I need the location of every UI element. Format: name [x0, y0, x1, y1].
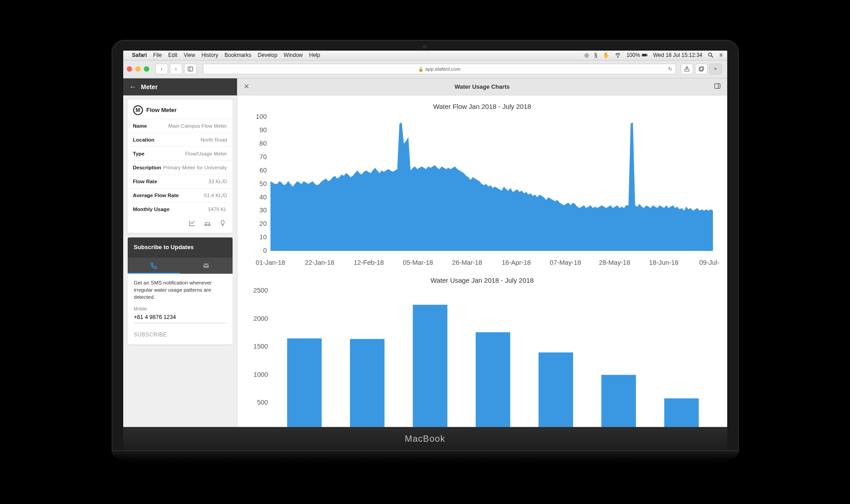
chart-icon[interactable] [189, 220, 196, 228]
macos-menubar: Safari File Edit View History Bookmarks … [123, 51, 727, 60]
svg-text:90: 90 [259, 126, 267, 134]
lock-icon: 🔒 [418, 67, 423, 72]
meter-row: Average Flow Rate51.4 KL/D [128, 189, 233, 202]
svg-text:2500: 2500 [253, 288, 268, 294]
laptop-brand: MacBook [123, 427, 727, 450]
menubar-status-icon[interactable]: ◎ [584, 52, 589, 58]
menubar-status-icon[interactable]: § [594, 52, 597, 58]
menubar-file[interactable]: File [153, 52, 162, 58]
back-icon[interactable]: ← [129, 83, 137, 91]
tab-email[interactable] [180, 258, 233, 274]
window-controls[interactable] [127, 66, 149, 72]
menubar-datetime[interactable]: Wed 18 Jul 15:12:34 [653, 52, 703, 58]
svg-text:40: 40 [259, 193, 267, 200]
meter-card: M Flow Meter NameMain Campus Flow MeterL… [128, 100, 233, 233]
svg-text:26-Mar-18: 26-Mar-18 [452, 258, 482, 266]
car-icon[interactable] [204, 220, 211, 228]
meter-row-label: Type [133, 151, 145, 156]
menubar-hand-icon[interactable]: ✋ [603, 52, 609, 58]
meter-row-label: Average Flow Rate [133, 193, 179, 198]
meter-row-value: 1479 KL [208, 207, 227, 212]
svg-text:10: 10 [259, 233, 267, 241]
mobile-input[interactable] [134, 312, 226, 323]
svg-point-12 [206, 225, 206, 225]
menubar-bookmarks[interactable]: Bookmarks [224, 52, 251, 58]
svg-point-0 [617, 57, 618, 57]
meter-row-value: 33 KL/D [208, 179, 227, 184]
meter-row-value: North Road [201, 137, 227, 142]
svg-text:09-Jul-18: 09-Jul-18 [699, 258, 719, 266]
meter-card-header: M Flow Meter [128, 100, 233, 119]
meter-row: Flow Rate33 KL/D [128, 175, 233, 189]
panel-icon[interactable] [714, 82, 721, 91]
meter-card-title: Flow Meter [147, 107, 177, 113]
svg-rect-52 [538, 353, 573, 427]
svg-text:1500: 1500 [253, 343, 268, 350]
svg-text:80: 80 [259, 139, 267, 146]
reload-icon[interactable]: ↻ [668, 66, 672, 72]
meter-row-label: Flow Rate [133, 179, 157, 184]
menubar-develop[interactable]: Develop [258, 52, 277, 58]
svg-rect-54 [601, 375, 636, 427]
sidebar-button[interactable] [184, 64, 197, 74]
svg-text:30: 30 [259, 207, 267, 214]
menubar-help[interactable]: Help [309, 52, 320, 58]
lightbulb-icon[interactable] [219, 220, 226, 228]
menubar-edit[interactable]: Edit [168, 52, 177, 58]
svg-text:100: 100 [255, 114, 266, 120]
water-flow-chart: Water Flow Jan 2018 - July 2018 01020304… [246, 103, 719, 270]
meter-row: LocationNorth Road [128, 133, 233, 147]
new-tab-button[interactable]: + [709, 64, 722, 74]
meter-icon: M [133, 105, 143, 115]
svg-point-13 [208, 225, 209, 225]
menubar-view[interactable]: View [184, 52, 195, 58]
svg-text:07-May-18: 07-May-18 [550, 258, 581, 266]
forward-button[interactable]: › [170, 64, 182, 74]
battery-icon[interactable]: 100% [626, 52, 648, 58]
chart-title-usage: Water Usage Jan 2018 - July 2018 [246, 276, 719, 284]
svg-text:05-Mar-18: 05-Mar-18 [403, 258, 433, 266]
menubar-window[interactable]: Window [284, 52, 303, 58]
chart-title-flow: Water Flow Jan 2018 - July 2018 [246, 103, 719, 110]
svg-rect-56 [664, 398, 699, 426]
svg-rect-44 [287, 339, 321, 427]
meter-row: NameMain Campus Flow Meter [128, 119, 233, 133]
svg-text:2000: 2000 [253, 315, 268, 322]
tabs-button[interactable] [695, 64, 708, 74]
svg-text:1000: 1000 [253, 371, 268, 378]
menu-icon[interactable]: ≡ [719, 52, 722, 58]
meter-row-value: Primary Meter for University [163, 165, 227, 170]
share-button[interactable] [681, 64, 693, 74]
main-title: Water Usage Charts [454, 83, 509, 90]
macbook-mockup: Safari File Edit View History Bookmarks … [112, 40, 739, 465]
wifi-icon[interactable] [615, 52, 621, 58]
svg-text:12-Feb-18: 12-Feb-18 [354, 258, 384, 266]
subscribe-card: Subscribe to Updates Get an SMS notifica… [128, 237, 233, 345]
water-usage-chart: Water Usage Jan 2018 - July 2018 0500100… [246, 276, 719, 426]
back-button[interactable]: ‹ [155, 64, 168, 74]
sidebar: ← Meter M Flow Meter NameMain Campus Flo… [123, 78, 237, 427]
svg-rect-2 [642, 54, 647, 56]
menubar-history[interactable]: History [202, 52, 218, 58]
safari-toolbar: ‹ › 🔒 app.elafent.com ↻ + [123, 60, 727, 78]
meter-row-label: Name [133, 123, 147, 129]
meter-row-label: Location [133, 137, 155, 142]
main-panel: ✕ Water Usage Charts Water Flow Jan 2018… [237, 78, 727, 427]
tab-sms[interactable] [128, 258, 180, 274]
spotlight-icon[interactable] [708, 52, 714, 58]
close-icon[interactable]: ✕ [244, 82, 250, 90]
zoom-window-icon [144, 66, 149, 72]
menubar-app[interactable]: Safari [132, 52, 147, 58]
close-window-icon [127, 66, 132, 72]
svg-text:50: 50 [259, 180, 267, 187]
meter-row: Monthly Usage1479 KL [128, 202, 233, 216]
battery-percent: 100% [626, 52, 640, 58]
svg-rect-6 [188, 67, 193, 71]
url-field[interactable]: 🔒 app.elafent.com ↻ [203, 64, 676, 74]
camera-icon [422, 44, 428, 51]
subscribe-button[interactable]: SUBSCRIBE [134, 332, 167, 338]
meter-row-value: 51.4 KL/D [204, 193, 227, 198]
subscribe-title: Subscribe to Updates [128, 237, 233, 258]
svg-rect-46 [350, 339, 384, 427]
sidebar-title: Meter [141, 83, 158, 90]
